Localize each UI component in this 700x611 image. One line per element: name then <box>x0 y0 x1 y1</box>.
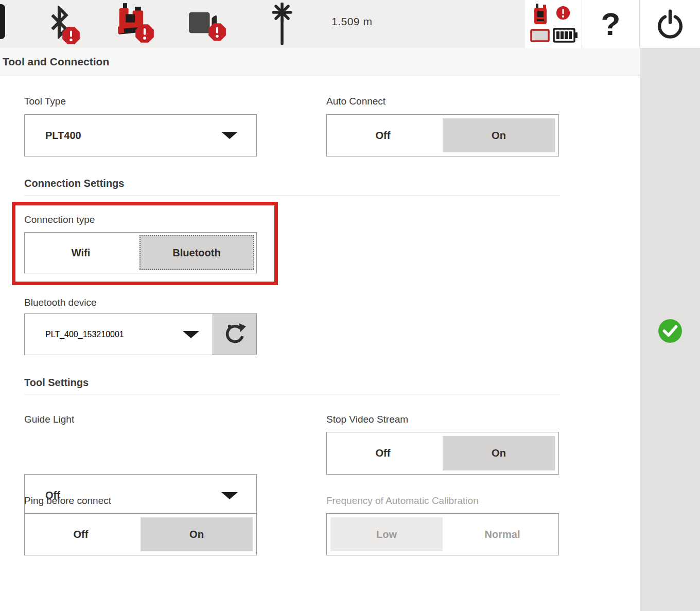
bluetooth-status-indicator <box>47 6 90 45</box>
stop-video-stream-off-option[interactable]: Off <box>327 432 439 474</box>
tool-type-dropdown[interactable]: PLT400 <box>24 114 257 156</box>
tool-settings-heading: Tool Settings <box>24 377 89 389</box>
stop-video-stream-on-option[interactable]: On <box>443 436 555 470</box>
bluetooth-device-value: PLT_400_153210001 <box>45 330 124 339</box>
connection-type-toggle: Wifi Bluetooth <box>24 232 257 273</box>
auto-connect-off-option[interactable]: Off <box>327 115 439 156</box>
frequency-calibration-label: Frequency of Automatic Calibration <box>326 495 479 507</box>
cutoff-left-icon <box>0 4 5 39</box>
stop-video-stream-label: Stop Video Stream <box>326 414 408 425</box>
status-alert-badge-icon <box>556 6 570 20</box>
page-header: Tool and Connection <box>0 48 640 76</box>
success-check-icon[interactable] <box>657 318 683 344</box>
bluetooth-device-label: Bluetooth device <box>24 297 97 308</box>
prism-status-indicator <box>270 3 294 47</box>
page-title: Tool and Connection <box>0 56 109 68</box>
tool-type-value: PLT400 <box>45 130 81 142</box>
refresh-devices-button[interactable] <box>213 314 256 355</box>
stop-video-stream-toggle: Off On <box>326 432 559 475</box>
frequency-calibration-low-option: Low <box>330 517 443 551</box>
tool-battery-full-icon <box>553 27 579 43</box>
bluetooth-device-dropdown[interactable]: PLT_400_153210001 <box>25 314 213 355</box>
chevron-down-icon <box>221 132 238 139</box>
divider <box>24 195 560 196</box>
tool-alert-badge-icon <box>135 24 154 43</box>
auto-connect-toggle: Off On <box>326 114 559 156</box>
camera-alert-badge-icon <box>208 23 226 41</box>
connection-settings-heading: Connection Settings <box>24 178 124 189</box>
frequency-calibration-normal-option: Normal <box>446 514 558 555</box>
refresh-icon <box>222 322 247 347</box>
device-status-panel[interactable] <box>525 0 582 48</box>
controller-icon <box>534 3 548 26</box>
tool-and-connection-screen: 1.509 m <box>0 0 700 611</box>
help-button[interactable]: ? <box>582 0 640 48</box>
controller-battery-empty-icon <box>530 29 550 42</box>
ping-before-connect-on-option[interactable]: On <box>141 517 253 551</box>
settings-content: Tool Type PLT400 Auto Connect Off On Con… <box>0 76 640 611</box>
auto-connect-label: Auto Connect <box>326 96 386 107</box>
ping-before-connect-label: Ping before connect <box>24 495 111 507</box>
connection-type-wifi-option[interactable]: Wifi <box>25 233 137 273</box>
connection-type-label: Connection type <box>24 214 95 225</box>
bluetooth-device-control: PLT_400_153210001 <box>24 313 257 355</box>
divider <box>24 394 560 395</box>
power-button[interactable] <box>640 0 700 48</box>
bluetooth-alert-badge-icon <box>62 26 80 45</box>
annotation-highlight-box: Connection type Wifi Bluetooth <box>12 202 278 285</box>
ping-before-connect-toggle: Off On <box>24 513 257 555</box>
question-mark-icon: ? <box>601 8 621 40</box>
tool-status-indicator <box>114 2 161 46</box>
camera-status-indicator <box>188 10 230 44</box>
ping-before-connect-off-option[interactable]: Off <box>25 514 137 555</box>
height-measurement-value: 1.509 m <box>331 15 372 28</box>
guide-light-label: Guide Light <box>24 414 74 425</box>
power-icon <box>655 9 685 39</box>
right-sidebar <box>640 48 700 611</box>
top-status-bar: 1.509 m <box>0 0 700 48</box>
chevron-down-icon <box>183 331 199 338</box>
tool-type-label: Tool Type <box>24 96 66 107</box>
connection-type-bluetooth-option[interactable]: Bluetooth <box>139 235 254 270</box>
frequency-calibration-toggle: Low Normal <box>326 513 559 555</box>
auto-connect-on-option[interactable]: On <box>443 118 555 152</box>
prism-pole-icon <box>270 3 294 45</box>
chevron-down-icon <box>221 492 238 499</box>
